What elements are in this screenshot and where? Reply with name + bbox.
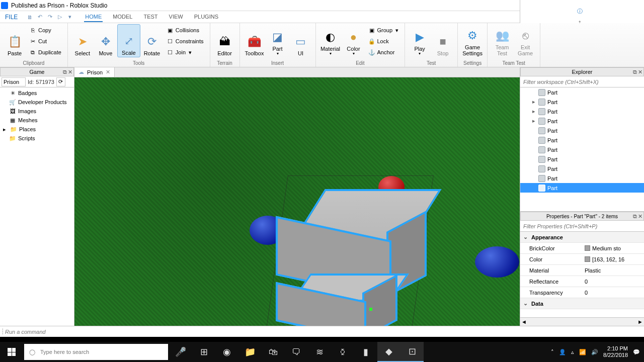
tab-plugins[interactable]: PLUGINS xyxy=(193,12,219,22)
explorer-item[interactable]: Part xyxy=(520,135,644,145)
game-name-input[interactable] xyxy=(2,77,26,86)
taskbar-obs-icon[interactable]: ⊡ xyxy=(400,342,424,362)
properties-scrollbar[interactable]: ◄► xyxy=(520,317,644,326)
paste-button[interactable]: 📋Paste xyxy=(3,24,26,57)
property-row[interactable]: BrickColorMedium sto xyxy=(520,243,644,254)
section-data[interactable]: ⌄Data xyxy=(520,298,644,309)
select-button[interactable]: ➤Select xyxy=(71,24,94,57)
duplicate-button[interactable]: ⧉Duplicate xyxy=(28,47,62,57)
property-row[interactable]: Reflectance0 xyxy=(520,276,644,287)
explorer-item[interactable]: Part xyxy=(520,87,644,97)
team-test-button[interactable]: 👥Team Test xyxy=(491,24,514,57)
tab-home[interactable]: HOME xyxy=(84,12,103,22)
close-panel-icon[interactable]: ✕ xyxy=(68,69,72,75)
asset-item[interactable]: 📁Scripts xyxy=(0,134,74,143)
file-menu[interactable]: FILE xyxy=(0,14,23,21)
cut-button[interactable]: ✂Cut xyxy=(28,36,62,46)
property-row[interactable]: Color[163, 162, 16 xyxy=(520,254,644,265)
taskbar-roblox-icon[interactable]: ◆ xyxy=(377,342,400,362)
tab-model[interactable]: MODEL xyxy=(112,12,133,22)
asset-item[interactable]: ▦Meshes xyxy=(0,116,74,125)
taskbar-explorer-icon[interactable]: 📁 xyxy=(238,342,262,362)
qat-dropdown-icon[interactable]: ▾ xyxy=(66,13,74,21)
system-tray[interactable]: ˄ 👤 ▵ 📶 🔊 2:10 PM8/22/2018 💬 xyxy=(547,345,644,358)
tray-people-icon[interactable]: 👤 xyxy=(559,349,566,355)
explorer-item[interactable]: ▸Part xyxy=(520,107,644,116)
terrain-editor-button[interactable]: 🏔Editor xyxy=(213,24,236,57)
group-button[interactable]: ▣Group▾ xyxy=(367,25,400,35)
move-button[interactable]: ✥Move xyxy=(94,24,117,57)
undock-icon[interactable]: ⧉ xyxy=(633,69,637,75)
scale-button[interactable]: ⤢Scale xyxy=(117,24,140,57)
tray-volume-icon[interactable]: 🔊 xyxy=(591,349,598,355)
command-input[interactable] xyxy=(3,326,644,337)
qat-new-icon[interactable]: 🗎 xyxy=(26,13,34,21)
explorer-item[interactable]: Part xyxy=(520,173,644,183)
asset-item[interactable]: ✳Badges xyxy=(0,88,74,98)
taskbar-vscode-icon[interactable]: ≋ xyxy=(308,342,331,362)
taskbar-search[interactable]: ◯Type here to search xyxy=(24,344,168,360)
explorer-item[interactable]: Part xyxy=(520,154,644,164)
properties-filter[interactable] xyxy=(520,221,644,231)
taskbar-store-icon[interactable]: 🛍 xyxy=(262,342,285,362)
tray-up-icon[interactable]: ˄ xyxy=(551,349,554,355)
taskbar-discord-icon[interactable]: 🗨 xyxy=(285,342,308,362)
undock-icon[interactable]: ⧉ xyxy=(633,213,637,220)
explorer-item[interactable]: ▸Part xyxy=(520,116,644,126)
play-button[interactable]: ▶Play▾ xyxy=(408,24,431,57)
info-icon[interactable]: ⓘ xyxy=(577,8,583,15)
doc-tab-prison[interactable]: ☁ Prison ✕ xyxy=(74,67,115,77)
asset-item[interactable]: 🛒Developer Products xyxy=(0,98,74,107)
part-button[interactable]: ◪Part▾ xyxy=(266,24,289,57)
stop-button[interactable]: ■Stop xyxy=(431,24,454,57)
anchor-button[interactable]: ⚓Anchor xyxy=(367,47,400,57)
game-settings-button[interactable]: ⚙Game Settings xyxy=(461,24,484,57)
constraints-toggle[interactable]: ☐Constraints xyxy=(166,36,205,46)
viewport-3d[interactable] xyxy=(74,77,520,326)
cortana-mic-icon[interactable]: 🎤 xyxy=(169,342,192,362)
collisions-toggle[interactable]: ▣Collisions xyxy=(166,25,205,35)
close-panel-icon[interactable]: ✕ xyxy=(638,213,642,220)
tab-view[interactable]: VIEW xyxy=(168,12,184,22)
qat-play-icon[interactable]: ▷ xyxy=(56,13,64,21)
toolbox-button[interactable]: 🧰Toolbox xyxy=(243,24,266,57)
section-appearance[interactable]: ⌄Appearance xyxy=(520,232,644,243)
property-row[interactable]: MaterialPlastic xyxy=(520,265,644,276)
property-row[interactable]: Transparency0 xyxy=(520,287,644,298)
tray-notifications-icon[interactable]: 💬 xyxy=(633,349,640,355)
close-tab-icon[interactable]: ✕ xyxy=(106,69,110,75)
taskbar-app2-icon[interactable]: ▮ xyxy=(354,342,377,362)
copy-button[interactable]: ⎘Copy xyxy=(28,25,62,35)
help-icon[interactable]: ˆ xyxy=(579,0,581,3)
tray-network-icon[interactable]: ▵ xyxy=(571,349,574,355)
explorer-item[interactable]: Part xyxy=(520,126,644,135)
taskbar-chrome-icon[interactable]: ◉ xyxy=(215,342,238,362)
rotate-button[interactable]: ⟳Rotate xyxy=(140,24,164,57)
qat-redo-icon[interactable]: ↷ xyxy=(46,13,54,21)
explorer-item[interactable]: Part xyxy=(520,183,644,193)
undock-icon[interactable]: ⧉ xyxy=(63,69,67,75)
exit-game-button[interactable]: ⎋Exit Game xyxy=(514,24,537,57)
reload-button[interactable]: ⟳ xyxy=(56,77,65,86)
scale-handle-green[interactable] xyxy=(369,308,372,311)
close-panel-icon[interactable]: ✕ xyxy=(638,69,642,75)
asset-item[interactable]: ▸📁Places xyxy=(0,125,74,134)
taskbar-app1-icon[interactable]: ⧲ xyxy=(331,342,354,362)
explorer-item[interactable]: Part xyxy=(520,164,644,173)
start-button[interactable] xyxy=(0,342,23,362)
color-button[interactable]: ●Color▾ xyxy=(342,24,365,57)
lock-button[interactable]: 🔒Lock xyxy=(367,36,400,46)
join-toggle[interactable]: ☐Join▾ xyxy=(166,47,205,57)
explorer-item[interactable]: Part xyxy=(520,145,644,154)
explorer-filter[interactable] xyxy=(520,76,644,87)
duplicate-icon: ⧉ xyxy=(29,49,36,56)
explorer-item[interactable]: ▸Part xyxy=(520,97,644,107)
tab-test[interactable]: TEST xyxy=(142,12,158,22)
asset-item[interactable]: 🖼Images xyxy=(0,107,74,116)
qat-undo-icon[interactable]: ↶ xyxy=(36,13,44,21)
ui-button[interactable]: ▭UI xyxy=(289,24,312,57)
task-view-icon[interactable]: ⊞ xyxy=(192,342,215,362)
tray-wifi-icon[interactable]: 📶 xyxy=(579,349,586,355)
material-button[interactable]: ◐Material▾ xyxy=(319,24,342,57)
taskbar-clock[interactable]: 2:10 PM8/22/2018 xyxy=(603,345,628,358)
